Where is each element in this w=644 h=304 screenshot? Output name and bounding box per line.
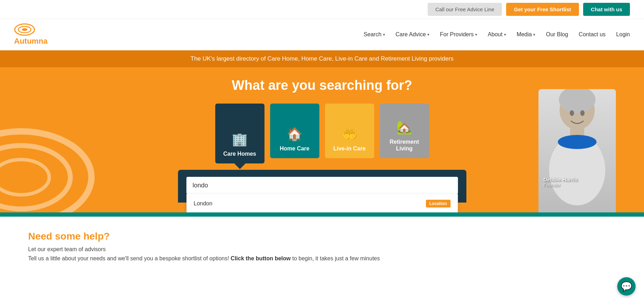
lower-cta-text: Click the button below (231, 255, 291, 261)
category-home-care[interactable]: 🏠 Home Care (270, 104, 319, 158)
lower-heading: Need some help? (28, 231, 616, 242)
nav-search-label: Search (364, 31, 382, 38)
home-care-label: Home Care (280, 145, 309, 152)
dropdown-item-london[interactable]: London Location (187, 194, 458, 212)
chat-bubble-button[interactable]: 💬 (617, 277, 636, 296)
search-area: London Location Londonderry Location Lon… (178, 170, 466, 203)
nav-blog-label: Our Blog (546, 31, 568, 38)
retirement-label: Retirement Living (383, 138, 426, 152)
retirement-icon: 🏡 (396, 120, 412, 135)
hero-title: What are you searching for? (232, 78, 412, 93)
category-retirement[interactable]: 🏡 Retirement Living (380, 104, 429, 158)
nav-item-care-advice[interactable]: Care Advice ▾ (396, 31, 429, 38)
nav-login-label: Login (616, 31, 630, 38)
logo-icon (14, 23, 35, 36)
search-input[interactable] (186, 177, 458, 194)
dropdown-label-london: London (194, 200, 212, 207)
nav-about-label: About (488, 31, 503, 38)
logo-area[interactable]: Autumna (14, 23, 47, 46)
category-cards: 🏢 Care Homes 🏠 Home Care 🤲 Live-in Care … (215, 104, 429, 163)
hero-banner: The UK's largest directory of Care Home,… (0, 50, 644, 67)
chevron-down-icon: ▾ (504, 32, 506, 37)
home-care-icon: 🏠 (287, 127, 302, 142)
chat-button[interactable]: Chat with us (583, 3, 630, 16)
nav-providers-label: For Providers (440, 31, 474, 38)
category-live-in-care[interactable]: 🤲 Live-in Care (325, 104, 374, 158)
nav-links: Search ▾ Care Advice ▾ For Providers ▾ A… (364, 31, 630, 38)
nav-contact-label: Contact us (579, 31, 605, 38)
teal-strip (0, 212, 644, 217)
svg-point-2 (22, 28, 27, 31)
nav-item-media[interactable]: Media ▾ (517, 31, 536, 38)
nav-item-contact[interactable]: Contact us (579, 31, 605, 38)
live-in-care-icon: 🤲 (342, 127, 357, 142)
top-bar: Call our Free Advice Line Get your Free … (0, 0, 644, 19)
nav-item-search[interactable]: Search ▾ (364, 31, 385, 38)
search-dropdown: London Location Londonderry Location Lon… (186, 194, 458, 212)
chevron-down-icon: ▾ (475, 32, 477, 37)
care-homes-label: Care Homes (223, 150, 256, 157)
care-homes-icon: 🏢 (232, 132, 248, 147)
chat-bubble-icon: 💬 (621, 281, 632, 292)
hero-section: Debbie Harris Founder The UK's largest d… (0, 50, 644, 212)
logo-text: Autumna (14, 37, 47, 46)
category-care-homes[interactable]: 🏢 Care Homes (215, 104, 264, 163)
live-in-care-label: Live-in Care (333, 145, 366, 152)
nav-item-login[interactable]: Login (616, 31, 630, 38)
hero-banner-text: The UK's largest directory of Care Home,… (191, 55, 454, 62)
nav-item-for-providers[interactable]: For Providers ▾ (440, 31, 477, 38)
location-badge-london: Location (426, 200, 451, 207)
chevron-down-icon: ▾ (427, 32, 429, 37)
nav-media-label: Media (517, 31, 532, 38)
lower-section: Need some help? Let our expert team of a… (0, 217, 644, 277)
nav-bar: Autumna Search ▾ Care Advice ▾ For Provi… (0, 19, 644, 50)
nav-care-advice-label: Care Advice (396, 31, 426, 38)
lower-paragraph: Tell us a little about your needs and we… (28, 254, 616, 263)
nav-item-about[interactable]: About ▾ (488, 31, 506, 38)
hero-content: What are you searching for? 🏢 Care Homes… (0, 67, 644, 203)
chevron-down-icon: ▾ (533, 32, 535, 37)
shortlist-button[interactable]: Get your Free Shortlist (506, 3, 579, 16)
chevron-down-icon: ▾ (383, 32, 385, 37)
nav-item-blog[interactable]: Our Blog (546, 31, 568, 38)
advice-button[interactable]: Call our Free Advice Line (428, 3, 502, 16)
search-input-wrap: London Location Londonderry Location Lon… (186, 177, 458, 194)
lower-subtext: Let our expert team of advisors (28, 245, 616, 254)
